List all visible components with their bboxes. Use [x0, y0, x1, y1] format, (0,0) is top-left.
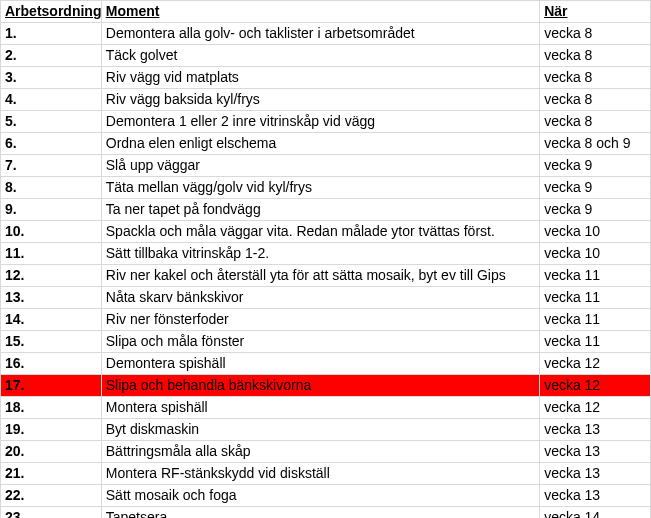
cell-when[interactable]: vecka 14 — [540, 507, 651, 519]
cell-when[interactable]: vecka 9 — [540, 177, 651, 199]
header-row: Arbetsordning Moment När — [1, 1, 651, 23]
table-row: 20.Bättringsmåla alla skåpvecka 13 — [1, 441, 651, 463]
cell-when[interactable]: vecka 11 — [540, 331, 651, 353]
cell-moment[interactable]: Demontera alla golv- och taklister i arb… — [101, 23, 539, 45]
cell-order[interactable]: 11. — [1, 243, 102, 265]
table-row: 15.Slipa och måla fönstervecka 11 — [1, 331, 651, 353]
cell-when[interactable]: vecka 9 — [540, 199, 651, 221]
cell-order[interactable]: 4. — [1, 89, 102, 111]
table-row: 14.Riv ner fönsterfodervecka 11 — [1, 309, 651, 331]
cell-order[interactable]: 8. — [1, 177, 102, 199]
cell-moment[interactable]: Sätt tillbaka vitrinskåp 1-2. — [101, 243, 539, 265]
cell-moment[interactable]: Demontera 1 eller 2 inre vitrinskåp vid … — [101, 111, 539, 133]
cell-moment[interactable]: Riv vägg baksida kyl/frys — [101, 89, 539, 111]
header-moment[interactable]: Moment — [101, 1, 539, 23]
cell-moment[interactable]: Tapetsera — [101, 507, 539, 519]
cell-moment[interactable]: Täck golvet — [101, 45, 539, 67]
cell-when[interactable]: vecka 11 — [540, 287, 651, 309]
table-row: 6.Ordna elen enligt elschemavecka 8 och … — [1, 133, 651, 155]
cell-when[interactable]: vecka 13 — [540, 463, 651, 485]
cell-when[interactable]: vecka 11 — [540, 309, 651, 331]
cell-order[interactable]: 3. — [1, 67, 102, 89]
cell-when[interactable]: vecka 10 — [540, 243, 651, 265]
cell-order[interactable]: 23. — [1, 507, 102, 519]
cell-when[interactable]: vecka 8 — [540, 111, 651, 133]
cell-moment[interactable]: Nåta skarv bänkskivor — [101, 287, 539, 309]
table-row: 21.Montera RF-stänkskydd vid diskställve… — [1, 463, 651, 485]
cell-when[interactable]: vecka 8 — [540, 45, 651, 67]
cell-order[interactable]: 14. — [1, 309, 102, 331]
cell-moment[interactable]: Ta ner tapet på fondvägg — [101, 199, 539, 221]
table-row: 16.Demontera spishällvecka 12 — [1, 353, 651, 375]
work-order-table: Arbetsordning Moment När 1.Demontera all… — [0, 0, 651, 518]
cell-when[interactable]: vecka 10 — [540, 221, 651, 243]
table-row: 19.Byt diskmaskinvecka 13 — [1, 419, 651, 441]
table-row: 1.Demontera alla golv- och taklister i a… — [1, 23, 651, 45]
table-row: 11.Sätt tillbaka vitrinskåp 1-2.vecka 10 — [1, 243, 651, 265]
cell-order[interactable]: 17. — [1, 375, 102, 397]
cell-when[interactable]: vecka 8 — [540, 67, 651, 89]
cell-moment[interactable]: Slå upp väggar — [101, 155, 539, 177]
cell-when[interactable]: vecka 8 och 9 — [540, 133, 651, 155]
cell-order[interactable]: 1. — [1, 23, 102, 45]
cell-moment[interactable]: Slipa och behandla bänkskivorna — [101, 375, 539, 397]
cell-order[interactable]: 2. — [1, 45, 102, 67]
cell-order[interactable]: 20. — [1, 441, 102, 463]
cell-moment[interactable]: Täta mellan vägg/golv vid kyl/frys — [101, 177, 539, 199]
cell-when[interactable]: vecka 8 — [540, 23, 651, 45]
cell-moment[interactable]: Montera spishäll — [101, 397, 539, 419]
cell-when[interactable]: vecka 11 — [540, 265, 651, 287]
cell-order[interactable]: 5. — [1, 111, 102, 133]
cell-order[interactable]: 10. — [1, 221, 102, 243]
cell-when[interactable]: vecka 12 — [540, 353, 651, 375]
cell-moment[interactable]: Slipa och måla fönster — [101, 331, 539, 353]
table-row: 22.Sätt mosaik och fogavecka 13 — [1, 485, 651, 507]
cell-when[interactable]: vecka 8 — [540, 89, 651, 111]
cell-when[interactable]: vecka 12 — [540, 397, 651, 419]
table-row: 9.Ta ner tapet på fondväggvecka 9 — [1, 199, 651, 221]
cell-when[interactable]: vecka 13 — [540, 441, 651, 463]
cell-order[interactable]: 13. — [1, 287, 102, 309]
table-row: 8.Täta mellan vägg/golv vid kyl/frysveck… — [1, 177, 651, 199]
table-row: 18.Montera spishällvecka 12 — [1, 397, 651, 419]
table-row: 7.Slå upp väggarvecka 9 — [1, 155, 651, 177]
cell-moment[interactable]: Riv ner kakel och återställ yta för att … — [101, 265, 539, 287]
cell-order[interactable]: 16. — [1, 353, 102, 375]
cell-order[interactable]: 22. — [1, 485, 102, 507]
cell-order[interactable]: 7. — [1, 155, 102, 177]
cell-moment[interactable]: Riv vägg vid matplats — [101, 67, 539, 89]
cell-moment[interactable]: Spackla och måla väggar vita. Redan måla… — [101, 221, 539, 243]
table-row: 3.Riv vägg vid matplatsvecka 8 — [1, 67, 651, 89]
cell-when[interactable]: vecka 12 — [540, 375, 651, 397]
cell-order[interactable]: 18. — [1, 397, 102, 419]
cell-moment[interactable]: Sätt mosaik och foga — [101, 485, 539, 507]
cell-order[interactable]: 19. — [1, 419, 102, 441]
table-row: 23.Tapetseravecka 14 — [1, 507, 651, 519]
header-when[interactable]: När — [540, 1, 651, 23]
cell-order[interactable]: 12. — [1, 265, 102, 287]
table-row: 5.Demontera 1 eller 2 inre vitrinskåp vi… — [1, 111, 651, 133]
cell-order[interactable]: 15. — [1, 331, 102, 353]
header-order[interactable]: Arbetsordning — [1, 1, 102, 23]
cell-when[interactable]: vecka 13 — [540, 485, 651, 507]
cell-when[interactable]: vecka 13 — [540, 419, 651, 441]
cell-order[interactable]: 9. — [1, 199, 102, 221]
cell-order[interactable]: 21. — [1, 463, 102, 485]
table-row: 2.Täck golvetvecka 8 — [1, 45, 651, 67]
table-row: 12.Riv ner kakel och återställ yta för a… — [1, 265, 651, 287]
cell-moment[interactable]: Montera RF-stänkskydd vid diskställ — [101, 463, 539, 485]
cell-when[interactable]: vecka 9 — [540, 155, 651, 177]
cell-moment[interactable]: Bättringsmåla alla skåp — [101, 441, 539, 463]
table-row: 13.Nåta skarv bänkskivorvecka 11 — [1, 287, 651, 309]
cell-moment[interactable]: Ordna elen enligt elschema — [101, 133, 539, 155]
cell-moment[interactable]: Demontera spishäll — [101, 353, 539, 375]
cell-order[interactable]: 6. — [1, 133, 102, 155]
table-row: 17.Slipa och behandla bänkskivornavecka … — [1, 375, 651, 397]
cell-moment[interactable]: Riv ner fönsterfoder — [101, 309, 539, 331]
cell-moment[interactable]: Byt diskmaskin — [101, 419, 539, 441]
table-row: 10.Spackla och måla väggar vita. Redan m… — [1, 221, 651, 243]
table-row: 4.Riv vägg baksida kyl/frysvecka 8 — [1, 89, 651, 111]
